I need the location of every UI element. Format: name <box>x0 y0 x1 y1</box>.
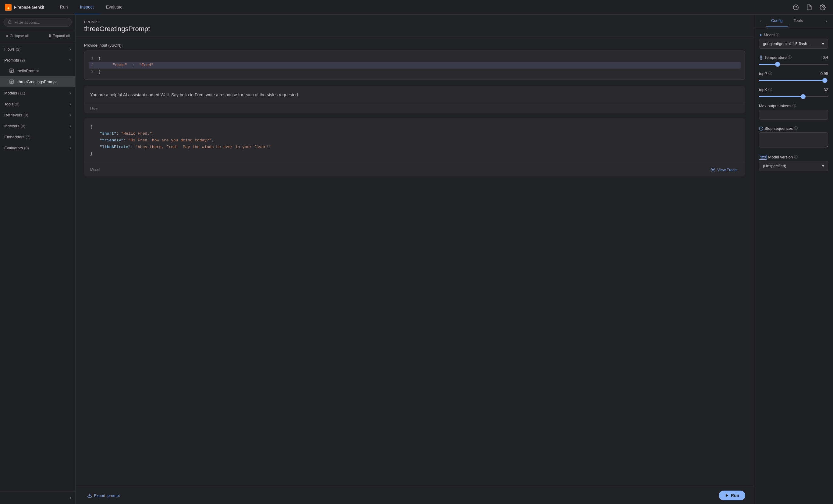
center-scroll: Provide input (JSON): 1 { 2 "name": "Fre… <box>76 37 754 487</box>
sidebar-search-container <box>0 15 75 30</box>
sidebar-section-embedders-header[interactable]: Embedders (7) › <box>0 131 75 142</box>
prompt-icon <box>8 68 15 74</box>
settings-icon[interactable] <box>817 2 828 13</box>
temperature-slider-thumb[interactable] <box>775 62 780 67</box>
bottom-bar: Export .prompt Run <box>76 487 754 504</box>
config-model-row: ✦ Model ⓘ googleai/gemini-1.5-flash-... … <box>759 32 828 49</box>
export-prompt-button[interactable]: Export .prompt <box>84 491 123 500</box>
config-topp-label: topP ⓘ <box>759 71 772 76</box>
next-arrow[interactable]: › <box>822 17 831 25</box>
stop-seq-info-icon[interactable]: ⓘ <box>794 126 798 131</box>
topk-slider[interactable] <box>759 96 828 97</box>
model-info-icon[interactable]: ⓘ <box>776 32 779 38</box>
sidebar-item-threeGreetingsPrompt[interactable]: threeGreetingsPrompt <box>0 76 75 87</box>
tab-run[interactable]: Run <box>54 0 74 14</box>
config-model-version-row: 123 Model version ⓘ (Unspecified) ▾ <box>759 154 828 171</box>
chevron-models-icon: › <box>69 90 71 96</box>
run-icon <box>725 493 729 498</box>
search-box[interactable] <box>4 18 72 27</box>
model-version-badge-icon: 123 <box>759 155 767 160</box>
logo-icon: 🔥 <box>5 4 11 11</box>
svg-point-2 <box>822 6 824 8</box>
export-icon <box>87 493 92 498</box>
prompt-header: Prompt threeGreetingsPrompt <box>76 15 754 37</box>
tab-evaluate[interactable]: Evaluate <box>100 0 128 14</box>
run-button[interactable]: Run <box>719 490 745 500</box>
collapse-all-button[interactable]: ✕ Collapse all <box>4 32 30 39</box>
topp-slider-thumb[interactable] <box>822 78 827 83</box>
temperature-info-icon[interactable]: ⓘ <box>788 55 791 60</box>
app-logo: 🔥 Firebase Genkit <box>5 4 44 11</box>
help-icon[interactable] <box>790 2 801 13</box>
model-version-info-icon[interactable]: ⓘ <box>794 154 798 160</box>
sidebar-section-evaluators-header[interactable]: Evaluators (0) › <box>0 143 75 153</box>
search-icon <box>8 20 12 25</box>
breadcrumb: Prompt <box>84 20 745 24</box>
config-temperature-label: Temperature ⓘ <box>759 55 791 60</box>
json-line-3: 3 } <box>89 69 741 75</box>
right-panel-tabs: ‹ Config Tools › <box>754 15 833 27</box>
topk-slider-thumb[interactable] <box>801 94 806 99</box>
config-topp-row: topP ⓘ 0.95 <box>759 71 828 81</box>
trace-icon <box>711 167 715 172</box>
output-code-block: { "short": "Hello Fred.", "friendly": "H… <box>84 118 745 176</box>
system-message-content: You are a helpful AI assistant named Wal… <box>84 86 745 103</box>
prev-arrow[interactable]: ‹ <box>757 17 765 25</box>
page-title: threeGreetingsPrompt <box>84 25 745 33</box>
model-select[interactable]: googleai/gemini-1.5-flash-... ▾ <box>759 39 828 49</box>
sidebar-section-retrievers: Retrievers (0) › <box>0 110 75 120</box>
chevron-retrievers-icon: › <box>69 112 71 118</box>
collapse-sidebar-button[interactable]: ‹ <box>70 495 72 501</box>
config-model-label: ✦ Model ⓘ <box>759 32 779 38</box>
right-panel: ‹ Config Tools › ✦ Model ⓘ googleai/gemi… <box>754 15 833 504</box>
sidebar-section-indexers-header[interactable]: Indexers (0) › <box>0 121 75 131</box>
nav-tabs: Run Inspect Evaluate <box>54 0 788 14</box>
sidebar-item-helloPrompt[interactable]: helloPrompt <box>0 65 75 76</box>
chevron-evaluators-icon: › <box>69 145 71 150</box>
model-version-select[interactable]: (Unspecified) ▾ <box>759 161 828 171</box>
input-label: Provide input (JSON): <box>84 43 745 48</box>
sidebar-section-models-header[interactable]: Models (11) › <box>0 88 75 98</box>
expand-all-button[interactable]: ⇅ Expand all <box>47 32 72 39</box>
sidebar-section-flows-header[interactable]: Flows (2) › <box>0 44 75 54</box>
topp-value: 0.95 <box>820 71 828 76</box>
sidebar-section-flows: Flows (2) › <box>0 44 75 54</box>
model-version-chevron: ▾ <box>822 164 824 168</box>
stop-sequences-input[interactable] <box>759 132 828 147</box>
config-topk-label: topK ⓘ <box>759 87 772 92</box>
sidebar-section-embedders: Embedders (7) › <box>0 131 75 142</box>
config-temperature-row: Temperature ⓘ 0.4 <box>759 55 828 65</box>
sidebar-section-evaluators: Evaluators (0) › <box>0 143 75 153</box>
docs-icon[interactable] <box>804 2 815 13</box>
tab-config[interactable]: Config <box>766 15 788 27</box>
search-input[interactable] <box>14 20 68 25</box>
output-code-content: { "short": "Hello Fred.", "friendly": "H… <box>84 118 745 163</box>
config-topk-row: topK ⓘ 32 <box>759 87 828 97</box>
topk-info-icon[interactable]: ⓘ <box>768 87 772 92</box>
sidebar-section-prompts-header[interactable]: Prompts (2) › <box>0 55 75 65</box>
sidebar-content: Flows (2) › Prompts (2) › helloPrompt <box>0 42 75 491</box>
config-model-label-row: ✦ Model ⓘ <box>759 32 828 38</box>
svg-line-4 <box>11 23 11 24</box>
topp-slider[interactable] <box>759 80 828 81</box>
sidebar-section-prompts: Prompts (2) › helloPrompt threeGreetings… <box>0 55 75 87</box>
right-config-content: ✦ Model ⓘ googleai/gemini-1.5-flash-... … <box>754 27 833 504</box>
temperature-value: 0.4 <box>823 55 828 60</box>
max-output-tokens-input[interactable]: 0 <box>759 110 828 120</box>
temperature-slider[interactable] <box>759 64 828 65</box>
view-trace-button[interactable]: View Trace <box>708 166 739 173</box>
model-select-chevron: ▾ <box>822 42 824 46</box>
json-editor[interactable]: 1 { 2 "name": "Fred" 3 } <box>84 51 745 80</box>
topnav: 🔥 Firebase Genkit Run Inspect Evaluate <box>0 0 833 15</box>
tab-tools[interactable]: Tools <box>789 15 808 27</box>
sidebar-section-retrievers-header[interactable]: Retrievers (0) › <box>0 110 75 120</box>
topp-info-icon[interactable]: ⓘ <box>768 71 772 76</box>
max-output-tokens-info-icon[interactable]: ⓘ <box>792 103 796 109</box>
tab-inspect[interactable]: Inspect <box>74 0 100 14</box>
stop-seq-icon <box>759 126 763 131</box>
sidebar-section-tools-header[interactable]: Tools (0) › <box>0 99 75 109</box>
svg-marker-9 <box>726 494 728 497</box>
app-name: Firebase Genkit <box>14 5 44 10</box>
sidebar-footer: ‹ <box>0 491 75 504</box>
collapse-expand-row: ✕ Collapse all ⇅ Expand all <box>0 30 75 42</box>
